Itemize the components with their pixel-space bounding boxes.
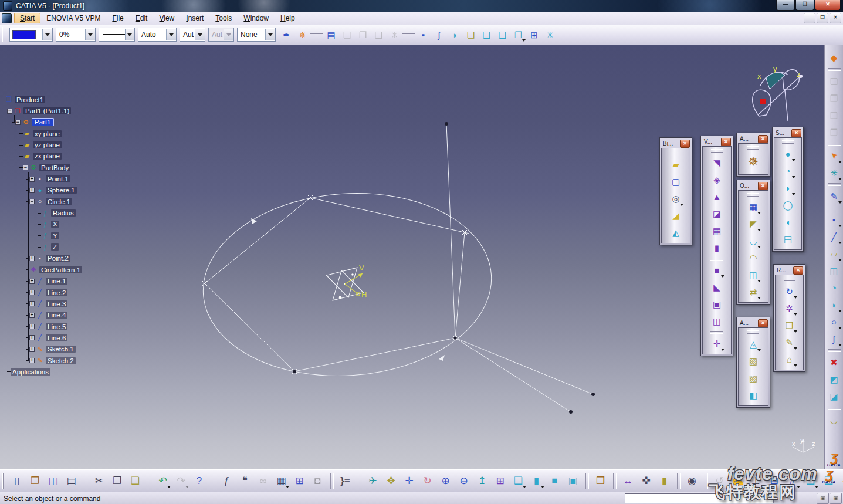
sweep-icon[interactable]: ◗ [826, 296, 842, 313]
chevron-down-icon[interactable] [838, 327, 842, 329]
tree-item-y[interactable]: ƒY [1, 230, 136, 241]
close-icon[interactable] [793, 266, 803, 275]
draft-angle-icon[interactable]: ◢ [668, 207, 684, 224]
chevron-down-icon[interactable] [838, 225, 842, 227]
toolbar-drag-handle[interactable] [2, 473, 4, 489]
volume-extrude-icon[interactable]: ◥ [709, 154, 725, 171]
tree-item-radius[interactable]: ƒRadius [1, 207, 136, 218]
volume-drafted-icon[interactable]: ◈ [709, 171, 725, 188]
chevron-down-icon[interactable] [195, 29, 205, 40]
floating-toolbar-s[interactable]: S...●◔◗◯◖▤ [772, 127, 804, 252]
split-knife-icon[interactable]: ◤ [745, 215, 761, 232]
tree-item-product1[interactable]: ❐Product1 [1, 94, 136, 105]
shading-icon[interactable]: ■ [546, 472, 563, 489]
close-surface-icon[interactable]: ■ [709, 262, 725, 279]
close-icon[interactable] [791, 129, 801, 137]
toolbar-grip[interactable] [747, 330, 759, 334]
grid-icon[interactable]: # [784, 472, 801, 489]
spline-icon[interactable]: ʃ [826, 330, 842, 347]
symmetry-icon[interactable]: ✎ [781, 334, 798, 351]
tree-expander[interactable]: − [29, 199, 35, 204]
measure-item-icon[interactable]: ✜ [638, 472, 655, 489]
chevron-down-icon[interactable] [757, 280, 761, 282]
point-symbol-icon[interactable]: ▪ [415, 26, 431, 43]
floating-toolbar-o[interactable]: O...▦◤◡◠◫⇄ [736, 180, 770, 305]
tree-expander[interactable]: − [7, 109, 12, 114]
floating-toolbar-titlebar[interactable]: R... [775, 266, 804, 275]
close-icon[interactable] [721, 138, 731, 146]
undo-icon[interactable]: ↶ [154, 472, 171, 489]
select-icon[interactable]: ➤ [826, 147, 842, 164]
menu-item-file[interactable]: File [106, 13, 129, 23]
chevron-down-icon[interactable] [797, 486, 800, 488]
filter-faces-icon[interactable]: ❒ [510, 26, 526, 43]
point-icon[interactable]: ▪ [826, 211, 842, 228]
toolbar-drag-handle[interactable] [2, 27, 5, 42]
iso-view-icon[interactable]: ❑ [510, 472, 527, 489]
chevron-down-icon[interactable] [757, 229, 761, 231]
chevron-down-icon[interactable] [794, 364, 797, 367]
fill-color-combo[interactable] [9, 28, 53, 42]
restore-button[interactable] [795, 0, 814, 11]
chevron-down-icon[interactable] [794, 296, 797, 299]
quilt-icon[interactable]: ▦ [745, 198, 761, 215]
chevron-down-icon[interactable] [680, 204, 683, 206]
floating-toolbar-titlebar[interactable]: S... [774, 128, 802, 137]
multi-view-icon[interactable]: ⊞ [492, 472, 509, 489]
properties-icon[interactable]: ▤ [323, 26, 339, 43]
plane-symbol-icon[interactable]: ❏ [463, 26, 479, 43]
chevron-down-icon[interactable] [523, 486, 526, 488]
filter-edges-icon[interactable]: ❑ [495, 26, 510, 43]
chevron-down-icon[interactable] [522, 39, 526, 42]
named-views-icon[interactable]: ▮ [528, 472, 545, 489]
toolbar-grip[interactable] [747, 193, 759, 197]
offset-ref-icon[interactable]: ◯ [780, 197, 796, 214]
floating-toolbar-a2[interactable]: A...◬▧▨◧ [736, 317, 770, 408]
tree-item-sphere-1[interactable]: +●Sphere.1 [1, 185, 136, 196]
rotate-icon[interactable]: ↻ [419, 472, 436, 489]
chevron-down-icon[interactable] [286, 486, 289, 488]
untrim-icon[interactable]: ◧ [745, 387, 761, 404]
chevron-down-icon[interactable] [166, 29, 176, 40]
copy-format-icon[interactable]: ✵ [294, 26, 310, 43]
historical-graph-icon[interactable]: ⊟ [766, 472, 783, 489]
volume-wedge-icon[interactable]: ◣ [709, 279, 725, 296]
toolbar-grip[interactable] [782, 140, 794, 144]
translate-icon[interactable]: ❐ [781, 317, 798, 334]
close-icon[interactable] [680, 140, 690, 148]
menu-item-window[interactable]: Window [238, 13, 275, 23]
tree-item-line-3[interactable]: +╱Line.3 [1, 298, 136, 309]
tree-item-point-2[interactable]: +▪Point.2 [1, 253, 136, 264]
normal-view-icon[interactable]: ↥ [473, 472, 490, 489]
thickness-combo[interactable]: Auto [138, 28, 177, 42]
chevron-down-icon[interactable] [838, 242, 842, 244]
comment-icon[interactable]: ❝ [236, 472, 253, 489]
whats-this-icon[interactable]: ? [191, 472, 208, 489]
chevron-down-icon[interactable] [838, 161, 842, 163]
volume-sew-icon[interactable]: ▣ [709, 296, 725, 313]
volume-pyramid-icon[interactable]: ▲ [709, 188, 725, 205]
chevron-down-icon[interactable] [838, 259, 842, 261]
status-button-right[interactable]: ▣ [830, 493, 842, 504]
measure-icon[interactable]: ↔ [619, 472, 637, 489]
tree-item-part1-part1-1-[interactable]: −❐Part1 (Part1.1) [1, 105, 136, 116]
floating-toolbar-bi[interactable]: Bi...▰▢◎◢◭ [659, 137, 692, 245]
mdi-minimize-button[interactable] [804, 13, 815, 23]
constraints-block-icon[interactable]: }= [337, 472, 354, 489]
chevron-down-icon[interactable] [838, 178, 842, 180]
revolve-icon[interactable]: ◔ [826, 279, 842, 296]
trim-icon[interactable]: ◪ [826, 388, 842, 405]
toolbar-grip[interactable] [784, 278, 795, 281]
chevron-down-icon[interactable] [757, 349, 761, 351]
tree-expander[interactable]: + [29, 335, 35, 340]
chevron-down-icon[interactable] [541, 486, 544, 488]
menu-item-view[interactable]: View [153, 13, 180, 23]
join-surfaces-icon[interactable]: ▧ [745, 353, 761, 370]
measure-inertia-icon[interactable]: ▮ [656, 472, 673, 489]
chevron-down-icon[interactable] [721, 349, 724, 351]
floating-toolbar-titlebar[interactable]: O... [738, 181, 768, 190]
transparency-combo[interactable]: 0% [56, 28, 96, 42]
minimize-button[interactable] [776, 0, 795, 11]
zoom-in-icon[interactable]: ⊕ [437, 472, 454, 489]
chevron-down-icon[interactable] [167, 486, 171, 488]
